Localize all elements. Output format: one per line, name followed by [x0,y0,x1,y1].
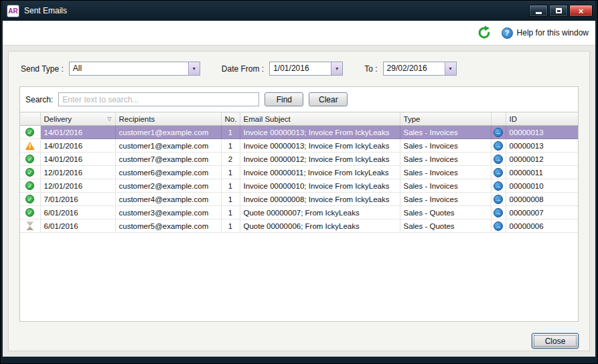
cell-recipients: customer1@example.com [115,139,221,153]
open-email-icon[interactable]: → [494,168,503,177]
cell-subject: Invoice 00000008; Invoice From IckyLeaks [240,193,400,206]
date-from-label: Date From : [222,64,264,74]
minimize-icon [536,12,542,14]
email-row[interactable]: ✓ 12/01/2016 customer6@example.com 1 Inv… [20,166,578,179]
titlebar: AR Sent Emails × [3,1,595,21]
delivery-status-icon: ! [25,141,35,150]
open-email-icon[interactable]: → [494,181,503,191]
email-row[interactable]: 6/01/2016 customer5@example.com 1 Quote … [20,219,578,233]
status-cell: ✓ [20,126,40,139]
status-cell: ✓ [20,206,40,219]
email-row[interactable]: ✓ 12/01/2016 customer2@example.com 1 Inv… [20,179,578,193]
header-type[interactable]: Type [400,112,491,126]
status-cell: ✓ [20,179,40,193]
help-link[interactable]: ? Help for this window [502,27,589,39]
main-panel: Send Type : All ▾ Date From : 1/01/2016 … [8,51,590,351]
cell-delivery: 6/01/2016 [40,219,115,233]
cell-id: 00000012 [506,153,578,166]
date-to-value: 29/02/2016 [384,62,445,75]
help-label: Help for this window [517,28,589,37]
cell-subject: Invoice 00000013; Invoice From IckyLeaks [240,139,400,153]
open-email-icon[interactable]: → [494,128,503,137]
open-email-icon[interactable]: → [494,195,503,204]
cell-recipients: customer7@example.com [115,153,221,166]
delivery-status-icon [26,221,33,230]
refresh-button[interactable] [476,25,492,41]
filter-row: Send Type : All ▾ Date From : 1/01/2016 … [9,52,589,84]
search-row: Search: Find Clear [20,87,578,112]
filter-icon[interactable]: ▽ [107,116,111,122]
send-type-dropdown[interactable]: All ▾ [69,62,200,76]
date-to-label: To : [364,64,377,74]
table-header-row: Delivery ▽ Recipients No. Email Subject … [20,112,578,126]
window-controls: × [529,5,593,17]
email-row[interactable]: ! 14/01/2016 customer1@example.com 1 Inv… [20,139,578,153]
date-to-dropdown[interactable]: 29/02/2016 ▾ [383,62,457,76]
window-close-button[interactable]: × [569,5,593,17]
table-panel: Search: Find Clear [19,86,579,322]
app-logo-icon: AR [7,5,19,17]
email-row[interactable]: ✓ 6/01/2016 customer3@example.com 1 Quot… [20,206,578,219]
cell-delivery: 12/01/2016 [40,179,115,193]
find-button[interactable]: Find [265,92,303,106]
close-icon: × [579,7,584,15]
email-row[interactable]: ✓ 14/01/2016 customer1@example.com 1 Inv… [20,126,578,139]
cell-id: 00000006 [506,219,578,233]
open-email-icon[interactable]: → [494,141,503,151]
cell-type: Sales - Invoices [400,179,491,193]
cell-type: Sales - Invoices [400,193,491,206]
search-label: Search: [25,95,53,104]
date-from-dropdown[interactable]: 1/01/2016 ▾ [269,62,343,76]
send-type-label: Send Type : [21,64,64,74]
chevron-down-icon[interactable]: ▾ [445,62,456,75]
open-email-icon[interactable]: → [494,221,503,231]
status-cell [20,219,40,233]
window-title: Sent Emails [24,6,67,15]
maximize-button[interactable] [549,5,568,17]
header-no[interactable]: No. [221,112,240,126]
open-cell: → [491,126,506,139]
cell-id: 00000007 [506,206,578,219]
cell-type: Sales - Quotes [400,219,491,233]
header-delivery[interactable]: Delivery ▽ [40,112,115,126]
cell-subject: Invoice 00000013; Invoice From IckyLeaks [240,126,400,139]
minimize-button[interactable] [529,5,548,17]
chevron-down-icon[interactable]: ▾ [331,62,342,75]
cell-delivery: 6/01/2016 [40,206,115,219]
toolbar: ? Help for this window [3,21,595,46]
delivery-status-icon: ✓ [25,195,34,203]
cell-no: 1 [221,166,240,179]
send-type-value: All [70,62,188,75]
delivery-status-icon: ✓ [25,128,34,136]
email-row[interactable]: ✓ 7/01/2016 customer4@example.com 1 Invo… [20,193,578,206]
cell-subject: Invoice 00000012; Invoice From IckyLeaks [240,153,400,166]
open-cell: → [491,166,506,179]
search-input[interactable] [58,92,259,106]
sent-emails-table: Delivery ▽ Recipients No. Email Subject … [20,112,578,233]
status-cell: ! [20,139,40,153]
status-cell: ✓ [20,153,40,166]
header-id[interactable]: ID [506,112,578,126]
email-row[interactable]: ✓ 14/01/2016 customer7@example.com 2 Inv… [20,153,578,166]
cell-type: Sales - Invoices [400,139,491,153]
help-icon: ? [502,27,513,39]
delivery-status-icon: ✓ [25,168,34,177]
open-email-icon[interactable]: → [494,208,503,217]
cell-no: 1 [221,206,240,219]
cell-delivery: 14/01/2016 [40,153,115,166]
clear-button[interactable]: Clear [309,92,348,106]
maximize-icon [556,8,562,13]
open-cell: → [491,179,506,193]
close-button[interactable]: Close [532,333,579,349]
open-email-icon[interactable]: → [494,155,503,164]
cell-recipients: customer5@example.com [115,219,221,233]
open-cell: → [491,139,506,153]
chevron-down-icon[interactable]: ▾ [188,62,200,75]
cell-type: Sales - Quotes [400,206,491,219]
header-subject[interactable]: Email Subject [240,112,400,126]
cell-subject: Quote 00000007; From IckyLeaks [240,206,400,219]
header-recipients[interactable]: Recipients [115,112,221,126]
window-body: ? Help for this window Send Type : All ▾… [3,21,595,357]
open-cell: → [491,193,506,206]
cell-subject: Invoice 00000010; Invoice From IckyLeaks [240,179,400,193]
